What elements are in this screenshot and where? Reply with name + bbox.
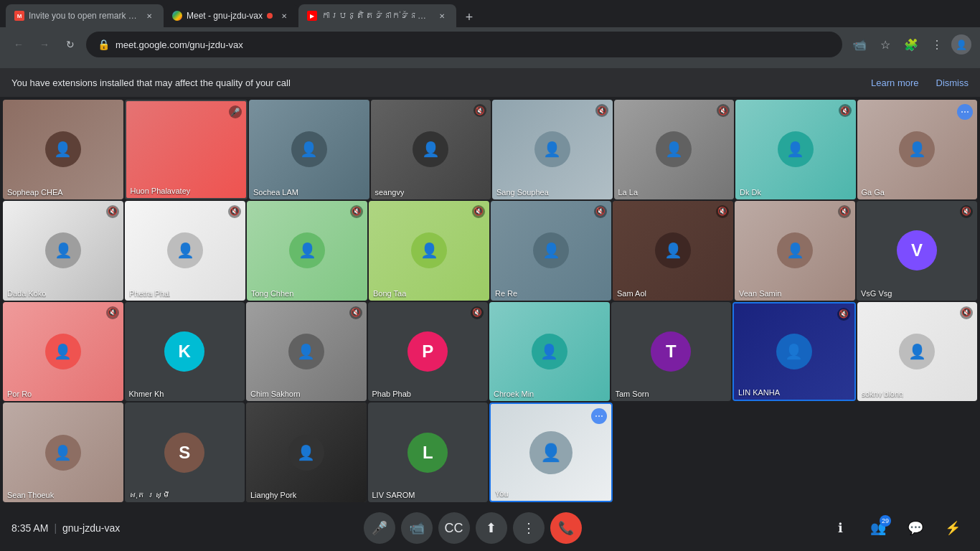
youtube-icon: ▶ <box>307 11 317 21</box>
participant-cell-sokny: 👤 🔇 sokny blong <box>857 302 978 402</box>
tab-meet[interactable]: Meet - gnu-jzdu-vax ✕ <box>164 4 298 27</box>
participant-name-tam: Tam Sorn <box>616 390 649 398</box>
participant-cell-samaol: 👤 🔇 Sam Aol <box>613 201 733 301</box>
mute-icon-vean: 🔇 <box>838 205 851 218</box>
participant-cell-you: 👤 ⋯ You <box>489 402 613 502</box>
participant-cell-dkdk: 👤 🔇 Dk Dk <box>735 100 856 199</box>
participant-name-sean: Sean Thoeuk <box>7 491 54 499</box>
info-button[interactable]: ℹ <box>825 512 857 544</box>
new-tab-button[interactable]: + <box>459 7 479 27</box>
learn-more-link[interactable]: Learn more <box>871 77 918 88</box>
mute-icon-tong: 🔇 <box>350 205 363 218</box>
tab-meet-close[interactable]: ✕ <box>278 10 290 22</box>
participant-cell-sang: 👤 🔇 Sang Souphea <box>492 100 613 199</box>
participant-cell-chroek: 👤 Chroek Min <box>489 302 610 402</box>
participant-name-sopheap: Sopheap CHEA <box>7 188 63 197</box>
mute-icon-vsg: 🔇 <box>960 205 973 218</box>
settings-icon[interactable]: ⋮ <box>925 33 948 56</box>
address-bar[interactable]: 🔒 meet.google.com/gnu-jzdu-vax <box>86 32 842 57</box>
avatar-livsamom: L <box>407 433 448 473</box>
activities-button[interactable]: ⚡ <box>937 512 969 544</box>
control-bar: 8:35 AM | gnu-jzdu-vax 🎤 📹 CC ⬆ ⋮ 📞 ℹ 👥 … <box>0 505 980 551</box>
mute-icon-phab: 🔇 <box>471 306 484 319</box>
avatar-phab: P <box>407 331 448 372</box>
screen-cast-icon[interactable]: 📹 <box>848 33 871 56</box>
participant-name-vsg: VsG Vsg <box>861 289 892 298</box>
tab-bar: M Invite you to open remark on CB ✕ Meet… <box>0 0 980 27</box>
meeting-time: 8:35 AM <box>11 522 48 534</box>
video-row-0: 👤 Sopheap CHEA 🎤 Huon Phalavatey 👤 Soche… <box>3 100 977 199</box>
lock-icon: 🔒 <box>98 39 110 50</box>
participant-name-khmer: Khmer Kh <box>129 390 164 398</box>
mute-icon-linkanha: 🔇 <box>837 308 850 321</box>
mute-icon-phetra: 🔇 <box>228 205 241 218</box>
dismiss-button[interactable]: Dismiss <box>936 77 969 88</box>
nav-actions: 📹 ☆ 🧩 ⋮ 👤 <box>848 33 971 56</box>
mute-icon-seangvy: 🔇 <box>473 104 486 117</box>
participant-cell-linkanha: 👤 🔇 LIN KANHA <box>732 302 856 402</box>
participant-cell-dadakoko: 👤 🔇 Dada Koko <box>3 201 123 301</box>
people-button[interactable]: 👥 29 <box>862 512 894 544</box>
participant-name-sang: Sang Souphea <box>496 188 549 197</box>
meet-container: You have extensions installed that may a… <box>0 68 980 551</box>
refresh-button[interactable]: ↻ <box>60 34 80 55</box>
tab-gmail-label: Invite you to open remark on CB <box>29 11 139 21</box>
options-icon-gaga[interactable]: ⋯ <box>957 104 973 120</box>
tab-gmail-close[interactable]: ✕ <box>143 10 155 22</box>
participant-cell-lala: 👤 🔇 La La <box>614 100 735 199</box>
recording-dot <box>267 13 273 19</box>
participant-cell-lianghy: 👤 Lianghy Pork <box>246 402 367 502</box>
bookmark-icon[interactable]: ☆ <box>874 33 897 56</box>
microphone-button[interactable]: 🎤 <box>364 512 395 544</box>
participant-name-seangvy: seangvy <box>375 188 405 197</box>
end-call-button[interactable]: 📞 <box>550 512 582 544</box>
video-row-3: 👤 Sean Thoeuk S សុត រស្មី 👤 Lianghy Pork… <box>3 402 977 502</box>
avatar-tam: T <box>651 331 691 372</box>
participant-cell-sopheap: 👤 Sopheap CHEA <box>3 100 123 199</box>
people-count-badge: 29 <box>880 515 891 527</box>
main-controls: 🎤 📹 CC ⬆ ⋮ 📞 <box>364 512 582 544</box>
participant-name-chim: Chim Sakhorn <box>250 390 301 398</box>
participant-name-chroek: Chroek Min <box>494 390 534 398</box>
participant-cell-livsamom: L LIV SAROM <box>368 402 489 502</box>
participant-name-sokny: sokny blong <box>862 390 904 398</box>
mute-icon-porro: 🔇 <box>106 306 119 319</box>
participant-name-gaga: Ga Ga <box>862 188 885 197</box>
mute-icon-lala: 🔇 <box>717 104 730 117</box>
participant-name-dadakoko: Dada Koko <box>7 289 46 298</box>
mute-icon-dkdk: 🔇 <box>839 104 852 117</box>
tab-youtube-close[interactable]: ✕ <box>436 10 448 22</box>
tab-gmail[interactable]: M Invite you to open remark on CB ✕ <box>6 4 164 27</box>
participant-name-porro: Por Ro <box>7 390 32 398</box>
participant-cell-vsg: V 🔇 VsG Vsg <box>857 201 977 301</box>
mute-icon-sokny: 🔇 <box>960 306 973 319</box>
participant-name-you: You <box>495 489 509 498</box>
profile-avatar[interactable]: 👤 <box>951 34 971 55</box>
tab-youtube[interactable]: ▶ ការបន្តិតទំនាក់ទំនង - YouTu... ✕ <box>298 4 456 27</box>
back-button[interactable]: ← <box>9 34 29 55</box>
captions-button[interactable]: CC <box>438 512 470 544</box>
mute-icon-chim: 🔇 <box>349 306 362 319</box>
mute-icon-bong: 🔇 <box>472 205 485 218</box>
participant-name-tong: Tong Chhen <box>251 289 293 298</box>
extensions-icon[interactable]: 🧩 <box>900 33 923 56</box>
participant-name-lala: La La <box>618 188 639 197</box>
notification-text: You have extensions installed that may a… <box>11 77 865 88</box>
camera-button[interactable]: 📹 <box>401 512 433 544</box>
meet-icon <box>172 11 182 21</box>
options-icon-you[interactable]: ⋯ <box>591 408 607 424</box>
participant-cell-sean: 👤 Sean Thoeuk <box>3 402 123 502</box>
participant-cell-sochea: 👤 Sochea LAM <box>249 100 369 199</box>
chat-button[interactable]: 💬 <box>900 512 931 544</box>
present-button[interactable]: ⬆ <box>476 512 507 544</box>
more-options-button[interactable]: ⋮ <box>513 512 545 544</box>
video-row-1: 👤 🔇 Dada Koko 👤 🔇 Phetra Phal 👤 🔇 Tong <box>3 201 977 301</box>
forward-button[interactable]: → <box>34 34 55 55</box>
meeting-id: gnu-jzdu-vax <box>62 522 120 534</box>
participant-cell-vean: 👤 🔇 Vean Samin <box>735 201 855 301</box>
participant-cell-sot: S សុត រស្មី <box>125 402 245 502</box>
browser-chrome: M Invite you to open remark on CB ✕ Meet… <box>0 0 980 68</box>
mute-icon-huon: 🎤 <box>229 105 242 118</box>
empty-cell-1 <box>614 402 735 502</box>
meeting-separator: | <box>54 522 57 534</box>
